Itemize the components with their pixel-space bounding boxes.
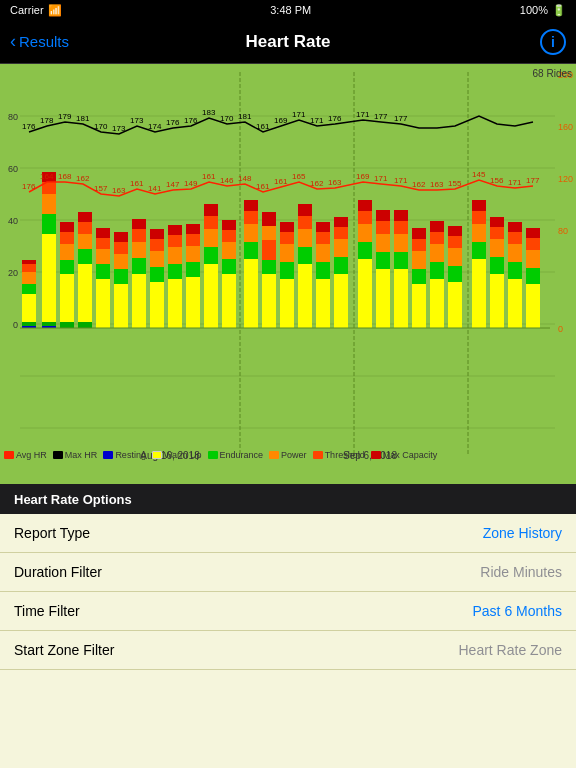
svg-text:171: 171 bbox=[310, 116, 324, 125]
svg-rect-39 bbox=[78, 212, 92, 222]
svg-rect-150 bbox=[490, 239, 504, 257]
svg-rect-59 bbox=[150, 229, 164, 239]
svg-rect-146 bbox=[472, 211, 486, 224]
svg-rect-47 bbox=[114, 254, 128, 269]
legend-label-endurance: Endurance bbox=[220, 450, 264, 460]
svg-rect-78 bbox=[222, 230, 236, 242]
svg-rect-141 bbox=[448, 236, 462, 248]
svg-rect-151 bbox=[490, 227, 504, 239]
svg-rect-157 bbox=[508, 222, 522, 232]
svg-rect-99 bbox=[298, 229, 312, 247]
svg-text:161: 161 bbox=[256, 122, 270, 131]
svg-rect-67 bbox=[186, 246, 200, 262]
svg-text:174: 174 bbox=[148, 122, 162, 131]
svg-rect-139 bbox=[448, 266, 462, 282]
svg-text:120: 120 bbox=[558, 174, 573, 184]
legend-endurance: Endurance bbox=[208, 450, 264, 460]
duration-filter-label: Duration Filter bbox=[14, 564, 102, 580]
carrier-label: Carrier bbox=[10, 4, 44, 16]
svg-rect-136 bbox=[430, 232, 444, 244]
svg-rect-81 bbox=[244, 259, 258, 328]
svg-rect-20 bbox=[22, 264, 36, 272]
legend-color-avg-hr bbox=[4, 451, 14, 459]
svg-text:161: 161 bbox=[130, 179, 144, 188]
svg-text:0: 0 bbox=[558, 324, 563, 334]
svg-text:178: 178 bbox=[40, 116, 54, 125]
svg-rect-160 bbox=[526, 250, 540, 268]
legend-label-avg-hr: Avg HR bbox=[16, 450, 47, 460]
legend-color-max-capacity bbox=[371, 451, 381, 459]
svg-rect-128 bbox=[412, 284, 426, 328]
svg-text:146: 146 bbox=[220, 176, 234, 185]
svg-rect-18 bbox=[22, 284, 36, 294]
legend-color-power bbox=[269, 451, 279, 459]
svg-rect-161 bbox=[526, 238, 540, 250]
svg-text:173: 173 bbox=[130, 116, 144, 125]
svg-rect-145 bbox=[472, 224, 486, 242]
svg-rect-114 bbox=[358, 224, 372, 242]
report-type-row[interactable]: Report Type Zone History bbox=[0, 514, 576, 553]
svg-text:163: 163 bbox=[112, 186, 126, 195]
svg-rect-84 bbox=[244, 211, 258, 224]
svg-rect-138 bbox=[448, 282, 462, 328]
nav-title: Heart Rate bbox=[245, 32, 330, 52]
start-zone-filter-value: Heart Rate Zone bbox=[459, 642, 563, 658]
svg-rect-152 bbox=[490, 217, 504, 227]
svg-rect-54 bbox=[132, 219, 146, 229]
svg-rect-38 bbox=[78, 222, 92, 234]
time-filter-label: Time Filter bbox=[14, 603, 80, 619]
svg-rect-63 bbox=[168, 235, 182, 247]
svg-text:162: 162 bbox=[76, 174, 90, 183]
legend-max-hr: Max HR bbox=[53, 450, 98, 460]
svg-rect-115 bbox=[358, 211, 372, 224]
svg-text:170: 170 bbox=[220, 114, 234, 123]
svg-rect-112 bbox=[358, 259, 372, 328]
report-type-value: Zone History bbox=[483, 525, 562, 541]
svg-rect-93 bbox=[280, 244, 294, 262]
svg-text:169: 169 bbox=[274, 116, 288, 125]
legend-label-max-hr: Max HR bbox=[65, 450, 98, 460]
svg-rect-104 bbox=[316, 244, 330, 262]
legend-color-endurance bbox=[208, 451, 218, 459]
svg-rect-98 bbox=[298, 247, 312, 264]
options-header: Heart Rate Options bbox=[0, 484, 576, 514]
back-button[interactable]: ‹ Results bbox=[10, 31, 69, 52]
svg-rect-56 bbox=[150, 267, 164, 282]
legend-resting: Resting bbox=[103, 450, 146, 460]
svg-rect-70 bbox=[204, 264, 218, 328]
svg-rect-155 bbox=[508, 244, 522, 262]
svg-rect-148 bbox=[490, 274, 504, 328]
svg-text:165: 165 bbox=[292, 172, 306, 181]
svg-rect-149 bbox=[490, 257, 504, 274]
legend-label-threshold: Threshold bbox=[325, 450, 365, 460]
svg-rect-100 bbox=[298, 216, 312, 229]
svg-text:40: 40 bbox=[8, 216, 18, 226]
svg-text:176: 176 bbox=[22, 182, 36, 191]
time-filter-row[interactable]: Time Filter Past 6 Months bbox=[0, 592, 576, 631]
svg-rect-144 bbox=[472, 242, 486, 259]
svg-rect-61 bbox=[168, 264, 182, 279]
svg-rect-46 bbox=[114, 269, 128, 284]
svg-rect-26 bbox=[42, 194, 56, 214]
svg-rect-71 bbox=[204, 247, 218, 264]
svg-rect-40 bbox=[96, 279, 110, 328]
legend-max-capacity: Max Capacity bbox=[371, 450, 438, 460]
svg-rect-68 bbox=[186, 234, 200, 246]
svg-rect-77 bbox=[222, 242, 236, 259]
start-zone-filter-row[interactable]: Start Zone Filter Heart Rate Zone bbox=[0, 631, 576, 670]
legend-color-max-hr bbox=[53, 451, 63, 459]
svg-text:80: 80 bbox=[558, 226, 568, 236]
duration-filter-row[interactable]: Duration Filter Ride Minutes bbox=[0, 553, 576, 592]
svg-rect-108 bbox=[334, 257, 348, 274]
svg-rect-154 bbox=[508, 262, 522, 279]
info-button[interactable]: i bbox=[540, 29, 566, 55]
legend-color-resting bbox=[103, 451, 113, 459]
svg-rect-29 bbox=[60, 274, 74, 328]
svg-rect-19 bbox=[22, 272, 36, 284]
svg-text:181: 181 bbox=[238, 112, 252, 121]
nav-bar: ‹ Results Heart Rate i bbox=[0, 20, 576, 64]
svg-rect-83 bbox=[244, 224, 258, 242]
legend-label-max-capacity: Max Capacity bbox=[383, 450, 438, 460]
svg-rect-156 bbox=[508, 232, 522, 244]
svg-rect-92 bbox=[280, 262, 294, 279]
